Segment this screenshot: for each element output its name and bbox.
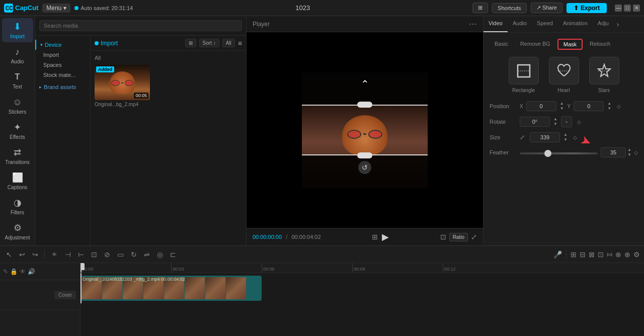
position-keyframe-diamond[interactable]: ◇ — [617, 104, 621, 109]
undo-button[interactable]: ↩ — [17, 249, 27, 260]
fit-button[interactable]: ⊡ — [440, 233, 446, 241]
mask-shape-heart[interactable]: Heart — [546, 57, 582, 93]
video-track[interactable]: Original _202408152203 _mbg_2.mp4 00:00:… — [80, 276, 262, 301]
ratio-button[interactable]: Ratio — [449, 233, 468, 241]
tab-adjustment[interactable]: Adju — [593, 16, 614, 32]
all-filter-button[interactable]: All — [222, 39, 235, 47]
shortcuts-button[interactable]: Shortcuts — [492, 3, 526, 13]
feather-keyframe-diamond[interactable]: ◇ — [634, 150, 638, 155]
sidebar-item-device[interactable]: ▾ Device — [35, 40, 90, 50]
position-x-input[interactable] — [526, 101, 556, 111]
size-down[interactable]: ▼ — [563, 137, 568, 142]
mask-shape-rectangle[interactable]: Rectangle — [506, 57, 541, 93]
play-button[interactable]: ▶ — [382, 231, 389, 242]
tab-video[interactable]: Video — [484, 16, 508, 32]
track-edit-icon[interactable]: ✎ — [3, 268, 8, 275]
size-up[interactable]: ▲ — [563, 132, 568, 137]
sidebar-item-stock[interactable]: Stock mate... — [35, 70, 90, 80]
rotate-up[interactable]: ▲ — [553, 117, 558, 122]
tl-icon-2[interactable]: ⊟ — [580, 250, 586, 259]
sidebar-item-brand[interactable]: ▸ Brand assets — [35, 82, 90, 92]
close-button[interactable]: ✕ — [633, 5, 640, 12]
sub-tab-mask[interactable]: Mask — [557, 39, 583, 50]
sidebar-item-adjustment[interactable]: ⚙ Adjustment — [2, 219, 33, 243]
mask-handle-top[interactable] — [357, 102, 372, 108]
tl-zoom-icon[interactable]: ⊕ — [624, 250, 630, 259]
sub-tab-retouch[interactable]: Retouch — [585, 39, 615, 50]
mask-shape-stars[interactable]: Stars — [587, 57, 622, 93]
media-thumbnail[interactable]: Added 00:05 — [95, 65, 150, 100]
trim-right-button[interactable]: ⊢ — [76, 249, 86, 260]
player-menu-button[interactable]: ⋯ — [469, 19, 477, 29]
track-lock-icon[interactable]: 🔒 — [10, 268, 18, 275]
trim3-button[interactable]: ⊏ — [168, 249, 178, 260]
menu-button[interactable]: Menu ▾ — [42, 4, 70, 13]
position-y-input[interactable] — [574, 101, 604, 111]
track-eye-icon[interactable]: 👁 — [20, 268, 26, 275]
sidebar-item-effects[interactable]: ✦ Effects — [2, 119, 33, 143]
feather-down[interactable]: ▼ — [627, 152, 632, 157]
size-input[interactable] — [530, 132, 560, 142]
export-button[interactable]: ⬆ Export — [567, 3, 607, 13]
sort-button[interactable]: Sort ↕ — [199, 39, 219, 47]
mask-rotate-button[interactable]: ↺ — [358, 161, 371, 174]
sidebar-item-transitions[interactable]: ⇄ Transitions — [2, 144, 33, 168]
sidebar-item-filters[interactable]: ◑ Filters — [2, 194, 33, 218]
sidebar-item-import-sub[interactable]: Import — [35, 50, 90, 60]
mask-top-arrow[interactable]: ⌃ — [361, 78, 369, 90]
tab-speed[interactable]: Speed — [532, 16, 558, 32]
feather-up[interactable]: ▲ — [627, 147, 632, 152]
rotate-minus-button[interactable]: - — [561, 116, 572, 127]
list-item[interactable]: Added 00:05 Original...bg_2.mp4 — [95, 65, 150, 107]
tl-icon-3[interactable]: ⊠ — [589, 250, 595, 259]
loop-button[interactable]: ↻ — [129, 249, 139, 260]
grid-view-button[interactable]: ⊞ — [185, 39, 196, 47]
tab-animation[interactable]: Animation — [558, 16, 593, 32]
trim-left-button[interactable]: ⊣ — [63, 249, 73, 260]
position-x-down[interactable]: ▼ — [559, 106, 565, 111]
rotate-input[interactable] — [520, 117, 550, 127]
select-tool-button[interactable]: ↖ — [4, 249, 14, 260]
mask-handle-bottom[interactable] — [357, 152, 372, 158]
feather-slider[interactable] — [520, 152, 598, 154]
import-button-media[interactable]: Import — [95, 40, 118, 47]
sub-tab-basic[interactable]: Basic — [490, 39, 513, 50]
size-keyframe-diamond[interactable]: ◇ — [573, 135, 577, 140]
tl-settings-icon[interactable]: ⚙ — [633, 250, 640, 259]
flip-button[interactable]: ⇌ — [142, 249, 152, 260]
position-y-up[interactable]: ▲ — [607, 101, 612, 106]
crop-button[interactable]: ⊡ — [89, 249, 99, 260]
detect-button[interactable]: ◎ — [155, 249, 165, 260]
sidebar-item-spaces[interactable]: Spaces — [35, 60, 90, 70]
split-button[interactable]: ⧧ — [49, 249, 60, 260]
playhead-head[interactable] — [80, 263, 85, 270]
cover-button[interactable]: Cover — [54, 291, 76, 299]
sidebar-item-import[interactable]: ⬇ Import — [2, 18, 33, 42]
position-y-down[interactable]: ▼ — [607, 106, 612, 111]
sidebar-item-captions[interactable]: ⬜ Captions — [2, 169, 33, 193]
minimize-button[interactable]: — — [615, 5, 622, 12]
feather-value-input[interactable] — [601, 147, 626, 157]
maximize-button[interactable]: □ — [624, 5, 631, 12]
rotate-keyframe-diamond[interactable]: ◇ — [577, 119, 581, 125]
tl-icon-4[interactable]: ⊡ — [598, 250, 604, 259]
position-x-up[interactable]: ▲ — [559, 101, 565, 106]
grid-view-player-button[interactable]: ⊞ — [372, 233, 378, 241]
crop2-button[interactable]: ▭ — [115, 249, 126, 260]
more-tabs-button[interactable]: › — [614, 16, 622, 32]
search-input[interactable] — [39, 20, 242, 31]
playhead-line[interactable] — [80, 263, 82, 273]
redo-button[interactable]: ↪ — [30, 249, 40, 260]
screen-btn[interactable]: ⊞ — [472, 3, 488, 13]
mic-button[interactable]: 🎤 — [553, 250, 562, 259]
rotate-down[interactable]: ▼ — [553, 122, 558, 127]
sidebar-item-audio[interactable]: ♪ Audio — [2, 43, 33, 67]
tab-audio[interactable]: Audio — [508, 16, 532, 32]
sub-tab-remove-bg[interactable]: Remove BG — [515, 39, 555, 50]
sidebar-item-text[interactable]: T Text — [2, 68, 33, 93]
tl-icon-1[interactable]: ⊞ — [571, 250, 577, 259]
filter-icon-button[interactable]: ≡ — [238, 39, 242, 47]
tl-split-icon[interactable]: ⧦ — [607, 250, 612, 259]
tl-mute-icon[interactable]: ⊗ — [615, 250, 621, 259]
sidebar-item-stickers[interactable]: ☺ Stickers — [2, 94, 33, 118]
